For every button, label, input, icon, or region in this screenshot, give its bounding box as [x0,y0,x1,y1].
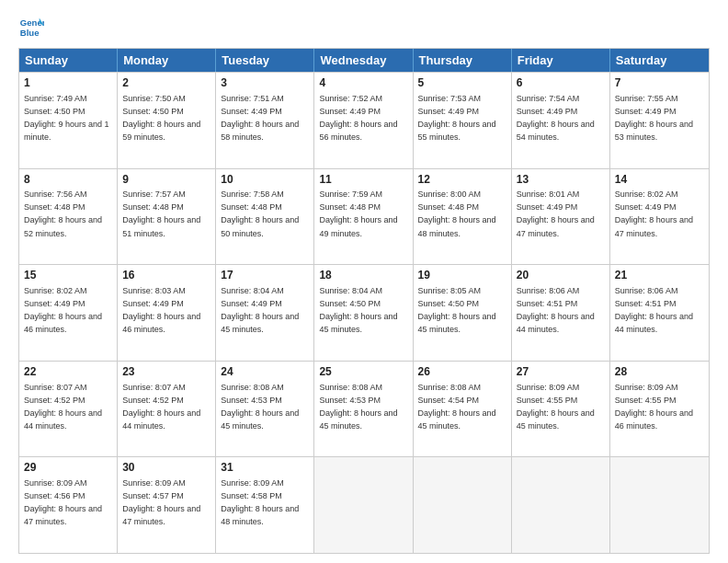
calendar-cell-24: 24Sunrise: 8:08 AMSunset: 4:53 PMDayligh… [216,362,314,457]
cell-info: Sunrise: 8:06 AMSunset: 4:51 PMDaylight:… [517,286,595,334]
cell-info: Sunrise: 7:59 AMSunset: 4:48 PMDaylight:… [319,190,397,237]
day-number: 7 [615,75,704,91]
calendar-cell-19: 19Sunrise: 8:05 AMSunset: 4:50 PMDayligh… [414,265,512,361]
calendar-cell-23: 23Sunrise: 8:07 AMSunset: 4:52 PMDayligh… [118,362,216,457]
day-number: 5 [418,75,506,91]
calendar-cell-29: 29Sunrise: 8:09 AMSunset: 4:56 PMDayligh… [19,457,118,553]
day-number: 12 [418,172,506,188]
cell-info: Sunrise: 8:08 AMSunset: 4:54 PMDaylight:… [418,383,496,431]
cell-info: Sunrise: 8:07 AMSunset: 4:52 PMDaylight:… [122,383,200,431]
svg-text:Blue: Blue [20,28,40,38]
calendar-cell-8: 8Sunrise: 7:56 AMSunset: 4:48 PMDaylight… [19,169,118,265]
cell-info: Sunrise: 8:04 AMSunset: 4:49 PMDaylight:… [221,286,299,334]
calendar-cell-21: 21Sunrise: 8:06 AMSunset: 4:51 PMDayligh… [610,265,709,361]
day-number: 30 [122,460,210,476]
cell-info: Sunrise: 7:54 AMSunset: 4:49 PMDaylight:… [517,94,595,142]
calendar-cell-empty [414,457,512,553]
day-number: 19 [418,268,506,283]
calendar-cell-28: 28Sunrise: 8:09 AMSunset: 4:55 PMDayligh… [610,362,709,457]
calendar-cell-22: 22Sunrise: 8:07 AMSunset: 4:52 PMDayligh… [19,362,118,457]
calendar-cell-7: 7Sunrise: 7:55 AMSunset: 4:49 PMDaylight… [610,73,709,168]
day-number: 9 [122,172,210,188]
calendar-cell-9: 9Sunrise: 7:57 AMSunset: 4:48 PMDaylight… [118,169,216,265]
calendar-cell-31: 31Sunrise: 8:09 AMSunset: 4:58 PMDayligh… [216,457,314,553]
cell-info: Sunrise: 8:09 AMSunset: 4:57 PMDaylight:… [122,478,200,526]
day-number: 31 [221,460,309,476]
calendar-row-4: 22Sunrise: 8:07 AMSunset: 4:52 PMDayligh… [19,361,709,457]
day-number: 11 [319,172,407,188]
calendar-row-3: 15Sunrise: 8:02 AMSunset: 4:49 PMDayligh… [19,264,709,361]
header-day-monday: Monday [118,49,216,72]
cell-info: Sunrise: 8:09 AMSunset: 4:56 PMDaylight:… [24,478,102,526]
cell-info: Sunrise: 7:55 AMSunset: 4:49 PMDaylight:… [615,94,693,142]
calendar-cell-empty [512,457,610,553]
cell-info: Sunrise: 7:49 AMSunset: 4:50 PMDaylight:… [24,94,109,142]
cell-info: Sunrise: 7:53 AMSunset: 4:49 PMDaylight:… [418,94,496,142]
day-number: 21 [615,268,704,283]
calendar-cell-1: 1Sunrise: 7:49 AMSunset: 4:50 PMDaylight… [19,73,118,168]
calendar-cell-2: 2Sunrise: 7:50 AMSunset: 4:50 PMDaylight… [118,73,216,168]
day-number: 13 [517,172,605,188]
header-day-sunday: Sunday [19,49,118,72]
day-number: 16 [122,268,210,283]
calendar-cell-empty [314,457,413,553]
cell-info: Sunrise: 8:00 AMSunset: 4:48 PMDaylight:… [418,190,496,237]
cell-info: Sunrise: 8:09 AMSunset: 4:58 PMDaylight:… [221,478,299,526]
cell-info: Sunrise: 7:57 AMSunset: 4:48 PMDaylight:… [122,190,200,237]
cell-info: Sunrise: 8:05 AMSunset: 4:50 PMDaylight:… [418,286,496,334]
calendar-cell-13: 13Sunrise: 8:01 AMSunset: 4:49 PMDayligh… [512,169,610,265]
calendar-cell-16: 16Sunrise: 8:03 AMSunset: 4:49 PMDayligh… [118,265,216,361]
header-day-tuesday: Tuesday [216,49,314,72]
day-number: 3 [221,75,309,91]
day-number: 15 [24,268,112,283]
calendar-cell-20: 20Sunrise: 8:06 AMSunset: 4:51 PMDayligh… [512,265,610,361]
calendar-cell-27: 27Sunrise: 8:09 AMSunset: 4:55 PMDayligh… [512,362,610,457]
calendar-cell-6: 6Sunrise: 7:54 AMSunset: 4:49 PMDaylight… [512,73,610,168]
day-number: 2 [122,75,210,91]
day-number: 6 [517,75,605,91]
day-number: 14 [615,172,704,188]
calendar-cell-4: 4Sunrise: 7:52 AMSunset: 4:49 PMDaylight… [314,73,413,168]
day-number: 1 [24,75,112,91]
cell-info: Sunrise: 8:09 AMSunset: 4:55 PMDaylight:… [517,383,595,431]
calendar-cell-30: 30Sunrise: 8:09 AMSunset: 4:57 PMDayligh… [118,457,216,553]
cell-info: Sunrise: 8:04 AMSunset: 4:50 PMDaylight:… [319,286,397,334]
day-number: 23 [122,364,210,380]
calendar-header: SundayMondayTuesdayWednesdayThursdayFrid… [19,49,709,72]
calendar-cell-11: 11Sunrise: 7:59 AMSunset: 4:48 PMDayligh… [314,169,413,265]
day-number: 17 [221,268,309,283]
calendar-cell-12: 12Sunrise: 8:00 AMSunset: 4:48 PMDayligh… [414,169,512,265]
cell-info: Sunrise: 8:01 AMSunset: 4:49 PMDaylight:… [517,190,595,237]
header-day-thursday: Thursday [414,49,512,72]
cell-info: Sunrise: 8:08 AMSunset: 4:53 PMDaylight:… [319,383,397,431]
cell-info: Sunrise: 7:56 AMSunset: 4:48 PMDaylight:… [24,190,102,237]
cell-info: Sunrise: 8:02 AMSunset: 4:49 PMDaylight:… [615,190,693,237]
calendar-cell-15: 15Sunrise: 8:02 AMSunset: 4:49 PMDayligh… [19,265,118,361]
day-number: 26 [418,364,506,380]
calendar-row-5: 29Sunrise: 8:09 AMSunset: 4:56 PMDayligh… [19,456,709,553]
cell-info: Sunrise: 8:02 AMSunset: 4:49 PMDaylight:… [24,286,102,334]
cell-info: Sunrise: 8:03 AMSunset: 4:49 PMDaylight:… [122,286,200,334]
day-number: 22 [24,364,112,380]
calendar-row-1: 1Sunrise: 7:49 AMSunset: 4:50 PMDaylight… [19,72,709,168]
header-day-friday: Friday [512,49,610,72]
cell-info: Sunrise: 8:09 AMSunset: 4:55 PMDaylight:… [615,383,693,431]
calendar-cell-18: 18Sunrise: 8:04 AMSunset: 4:50 PMDayligh… [314,265,413,361]
calendar-cell-14: 14Sunrise: 8:02 AMSunset: 4:49 PMDayligh… [610,169,709,265]
logo-icon: General Blue [18,15,44,40]
calendar: SundayMondayTuesdayWednesdayThursdayFrid… [18,48,710,554]
calendar-cell-empty [610,457,709,553]
day-number: 25 [319,364,407,380]
day-number: 8 [24,172,112,188]
day-number: 27 [517,364,605,380]
cell-info: Sunrise: 8:06 AMSunset: 4:51 PMDaylight:… [615,286,693,334]
calendar-cell-25: 25Sunrise: 8:08 AMSunset: 4:53 PMDayligh… [314,362,413,457]
calendar-body: 1Sunrise: 7:49 AMSunset: 4:50 PMDaylight… [19,72,709,553]
cell-info: Sunrise: 7:58 AMSunset: 4:48 PMDaylight:… [221,190,299,237]
day-number: 18 [319,268,407,283]
header-day-saturday: Saturday [610,49,709,72]
cell-info: Sunrise: 8:07 AMSunset: 4:52 PMDaylight:… [24,383,102,431]
cell-info: Sunrise: 8:08 AMSunset: 4:53 PMDaylight:… [221,383,299,431]
logo: General Blue [18,15,44,40]
calendar-cell-26: 26Sunrise: 8:08 AMSunset: 4:54 PMDayligh… [414,362,512,457]
